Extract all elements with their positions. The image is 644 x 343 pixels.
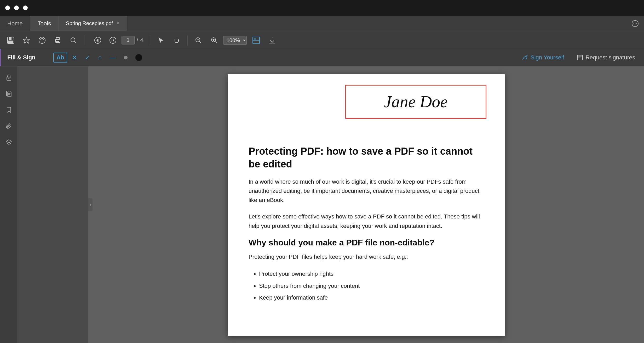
hand-tool-button[interactable] [170,35,183,46]
svg-point-31 [8,78,9,79]
svg-rect-8 [56,41,59,43]
text-tool-label: Ab [56,54,64,61]
sidebar-lock-button[interactable] [2,71,16,84]
zoom-select[interactable]: 100% 75% 125% 150% [223,36,247,45]
text-tool-button[interactable]: Ab [53,53,67,63]
pdf-page: Jane Doe Protecting PDF: how to save a P… [228,74,505,336]
pages-icon [5,90,13,97]
print-button[interactable] [51,35,64,46]
sign-yourself-label: Sign Yourself [531,54,564,61]
panel-collapse-button[interactable]: ‹ [88,198,93,211]
main-toolbar: 1 / 4 100% 75% 125% 150% [0,31,644,49]
list-item: Protect your ownership rights [259,269,484,279]
lock-icon [5,74,13,81]
zoom-in-button[interactable] [208,35,221,46]
tab-file[interactable]: Spring Recepies.pdf × [59,16,127,31]
sidebar-pages-button[interactable] [2,87,16,100]
pdf-para-3: Protecting your PDF files helps keep you… [249,252,484,261]
pdf-para-2: Let's explore some effective ways how to… [249,212,484,230]
fill-sign-tools: Ab ✕ ✓ ○ — [53,52,518,63]
toolbar-sep-2 [150,35,150,46]
save-button[interactable] [4,35,17,46]
search-button[interactable] [67,35,80,46]
search-icon [70,36,77,44]
tab-close-button[interactable]: × [117,21,119,26]
fit-page-icon [252,36,260,44]
layers-icon [5,139,13,146]
pdf-list: Protect your ownership rights Stop other… [259,269,484,303]
circle-tool-button[interactable]: ○ [95,52,105,63]
left-sidebar [0,66,18,343]
fill-sign-label: Fill & Sign [1,54,53,61]
list-item: Keep your information safe [259,293,484,303]
next-page-button[interactable] [106,35,119,46]
svg-text:⋯: ⋯ [633,21,637,26]
prev-page-button[interactable] [91,35,104,46]
check-tool-button[interactable]: ✓ [82,52,93,63]
pdf-viewer[interactable]: Jane Doe Protecting PDF: how to save a P… [88,66,644,343]
fill-sign-actions: Sign Yourself Request signatures [518,53,639,63]
dot-small-icon [124,56,128,59]
cross-tool-button[interactable]: ✕ [69,52,80,63]
sign-yourself-button[interactable]: Sign Yourself [518,53,568,63]
star-icon [22,36,30,44]
sidebar-attachments-button[interactable] [2,119,16,133]
line-icon: — [110,54,116,61]
page-sep: / [137,37,138,43]
main-area: ‹ Jane Doe Protecting PDF: how to save a… [0,66,644,343]
svg-rect-33 [8,92,11,97]
svg-rect-25 [254,38,256,40]
sidebar-layers-button[interactable] [2,136,16,149]
dot-large-button[interactable] [132,53,145,63]
pdf-para-1: In a world where so much of our work is … [249,177,484,205]
chevron-left-icon: ‹ [90,203,91,207]
upload-icon [38,36,46,44]
download-button[interactable] [266,35,279,46]
tab-tools[interactable]: Tools [30,16,59,31]
svg-point-10 [71,38,75,42]
bookmark-icon [5,106,13,114]
upload-button[interactable] [36,35,49,46]
check-icon: ✓ [85,54,90,61]
svg-line-11 [74,41,76,43]
prev-page-icon [94,36,102,44]
window-dot-3 [23,5,28,10]
fit-page-button[interactable] [249,35,263,46]
pdf-heading-1: Protecting PDF: how to save a PDF so it … [249,145,484,171]
pdf-content: Protecting PDF: how to save a PDF so it … [249,145,484,303]
total-pages: 4 [140,37,143,43]
print-icon [54,36,62,44]
page-number-input[interactable]: 1 [122,36,135,44]
tab-file-name: Spring Recepies.pdf [66,20,113,26]
sidebar-bookmark-button[interactable] [2,103,16,117]
svg-rect-27 [577,55,583,60]
signature-text: Jane Doe [384,92,447,111]
request-sig-icon [577,54,583,61]
request-signatures-button[interactable]: Request signatures [573,53,639,63]
svg-line-18 [199,41,201,43]
zoom-out-button[interactable] [192,35,205,46]
window-dot-2 [14,5,19,10]
attachments-icon [5,122,13,130]
sign-yourself-icon [522,54,528,61]
tab-home[interactable]: Home [0,16,30,31]
zoom-in-icon [210,36,218,44]
page-navigation: 1 / 4 [91,35,143,46]
line-tool-button[interactable]: — [107,52,119,63]
dot-small-button[interactable] [121,54,131,61]
svg-line-22 [215,41,217,43]
cross-icon: ✕ [72,54,77,61]
tab-bar: Home Tools Spring Recepies.pdf × ⋯ [0,16,644,31]
save-icon [7,36,15,44]
window-dot-1 [5,5,10,10]
toolbar-sep-3 [187,35,188,46]
request-sig-label: Request signatures [585,54,635,61]
cursor-tool-button[interactable] [154,35,168,46]
signature-box[interactable]: Jane Doe [345,85,486,119]
download-icon [268,36,276,44]
tab-right-area: ⋯ [626,16,644,31]
favorite-button[interactable] [20,35,33,46]
svg-rect-3 [9,37,12,40]
list-item: Stop others from changing your content [259,281,484,291]
zoom-out-icon [194,36,202,44]
